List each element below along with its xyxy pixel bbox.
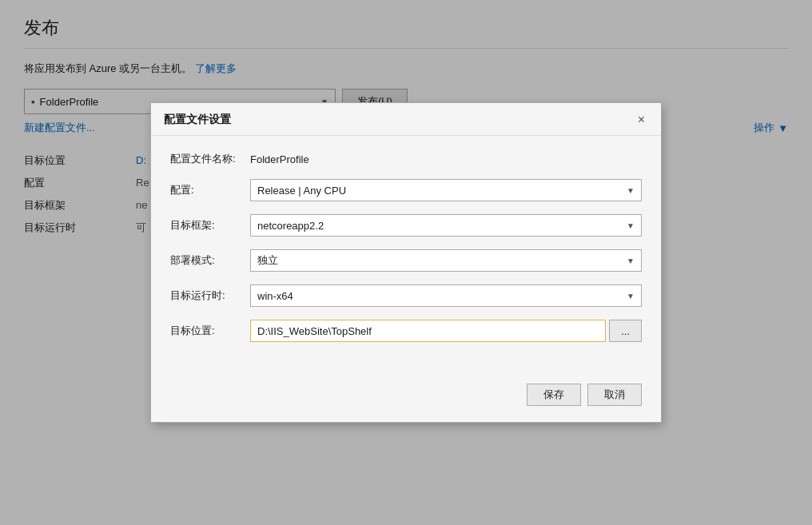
chevron-down-icon: ▼ — [627, 292, 635, 300]
dialog-row-deploy-mode: 部署模式: 独立 ▼ — [170, 249, 642, 272]
field-label-target-location: 目标位置: — [170, 324, 250, 338]
dialog-row-configuration: 配置: Release | Any CPU ▼ — [170, 179, 642, 201]
target-runtime-select-text: win-x64 — [257, 290, 293, 302]
dialog-row-target-framework: 目标框架: netcoreapp2.2 ▼ — [170, 214, 642, 237]
dialog-close-button[interactable]: × — [635, 113, 648, 126]
target-location-input[interactable] — [250, 320, 606, 342]
dialog-title: 配置文件设置 — [164, 113, 231, 127]
field-value-profile-name: FolderProfile — [250, 153, 309, 165]
dialog-footer: 保存 取消 — [151, 371, 661, 422]
chevron-down-icon: ▼ — [627, 221, 635, 230]
dialog-row-profile-name: 配置文件名称: FolderProfile — [170, 152, 642, 166]
configuration-select[interactable]: Release | Any CPU ▼ — [250, 179, 642, 201]
deploy-mode-select[interactable]: 独立 ▼ — [250, 249, 642, 272]
target-framework-select[interactable]: netcoreapp2.2 ▼ — [250, 214, 642, 237]
modal-overlay: 配置文件设置 × 配置文件名称: FolderProfile 配置: Relea… — [0, 0, 812, 525]
browse-button[interactable]: ... — [609, 320, 642, 342]
settings-dialog: 配置文件设置 × 配置文件名称: FolderProfile 配置: Relea… — [150, 102, 662, 423]
chevron-down-icon: ▼ — [627, 257, 635, 265]
field-label-configuration: 配置: — [170, 183, 250, 197]
dialog-row-target-location: 目标位置: ... — [170, 320, 642, 342]
chevron-down-icon: ▼ — [627, 186, 635, 195]
field-label-profile-name: 配置文件名称: — [170, 152, 250, 166]
cancel-button[interactable]: 取消 — [587, 384, 642, 406]
field-label-target-framework: 目标框架: — [170, 218, 250, 233]
configuration-select-text: Release | Any CPU — [257, 185, 346, 197]
dialog-titlebar: 配置文件设置 × — [151, 103, 661, 136]
field-label-deploy-mode: 部署模式: — [170, 253, 250, 268]
field-label-target-runtime: 目标运行时: — [170, 288, 250, 303]
save-button[interactable]: 保存 — [527, 384, 581, 406]
dialog-row-target-runtime: 目标运行时: win-x64 ▼ — [170, 284, 642, 307]
deploy-mode-select-text: 独立 — [257, 253, 278, 268]
target-framework-select-text: netcoreapp2.2 — [257, 220, 324, 232]
dialog-body: 配置文件名称: FolderProfile 配置: Release | Any … — [151, 136, 661, 371]
target-runtime-select[interactable]: win-x64 ▼ — [250, 284, 642, 307]
